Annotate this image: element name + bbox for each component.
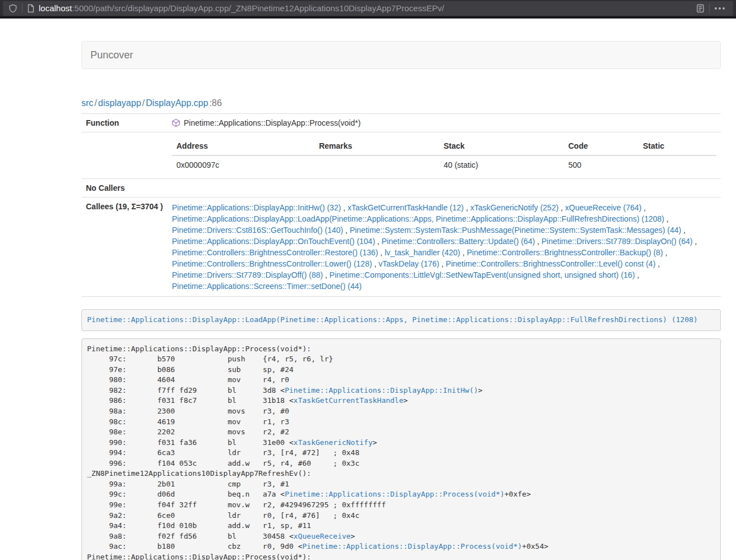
- callee-separator: ,: [642, 203, 646, 212]
- callees-row: Callees (19, Σ=3704 ) Pinetime::Applicat…: [81, 198, 721, 297]
- disassembly-line: 99a: 2b01 cmp r3, #1: [87, 479, 715, 490]
- disassembly-line: 980: 4604 mov r4, r0: [87, 375, 715, 385]
- disassembly-line: 986: f031 f8c7 bl 31b18 <xTaskGetCurrent…: [87, 396, 715, 406]
- callee-link[interactable]: Pinetime::Drivers::Cst816S::GetTouchInfo…: [172, 226, 343, 235]
- stats-header-code: Code: [564, 137, 638, 155]
- disassembly-line: Pinetime::Applications::DisplayApp::Proc…: [87, 344, 715, 355]
- disassembly-line: 97e: b086 sub sp, #24: [87, 365, 715, 375]
- page-actions-menu-icon[interactable]: [714, 7, 725, 10]
- callee-separator: ,: [378, 248, 385, 257]
- callee-separator: ,: [559, 203, 565, 212]
- disassembly-line: 97c: b570 push {r4, r5, r6, lr}: [87, 354, 715, 365]
- disassembly-line: Pinetime::Applications::DisplayApp::Proc…: [87, 552, 715, 560]
- breadcrumb-link-src[interactable]: src: [81, 98, 93, 108]
- disassembly-line: _ZN8Pinetime12Applications10DisplayApp7R…: [87, 469, 715, 479]
- breadcrumb-link-displayapp[interactable]: displayapp: [98, 98, 141, 108]
- callee-separator: ,: [663, 248, 668, 257]
- loadapp-highlight-box: Pinetime::Applications::DisplayApp::Load…: [81, 309, 721, 331]
- function-table: Function Pinetime::Applications::Display…: [81, 113, 721, 297]
- breadcrumb-line-number: :86: [209, 98, 222, 108]
- callees-list: Pinetime::Applications::DisplayApp::Init…: [167, 198, 721, 297]
- breadcrumb-separator: /: [142, 98, 144, 108]
- page-content: Puncover src/displayapp/DisplayApp.cpp:8…: [81, 41, 721, 560]
- disassembly-line: 98e: 2202 movs r2, #2: [87, 427, 715, 438]
- callee-separator: ,: [323, 270, 330, 279]
- callee-separator: ,: [635, 270, 639, 279]
- disassembly-line: 990: f031 fa36 bl 31e00 <xTaskGenericNot…: [87, 438, 715, 448]
- page-icon[interactable]: [27, 4, 35, 13]
- stats-header-remarks: Remarks: [314, 137, 439, 155]
- stats-header-stack: Stack: [439, 137, 564, 155]
- disassembly-line: 9a4: f10d 010b add.w r1, sp, #11: [87, 521, 715, 531]
- no-callers-row: No Callers: [81, 179, 721, 198]
- stats-value-stack: 40 (static): [439, 155, 564, 174]
- symbol-link[interactable]: Pinetime::Applications::DisplayApp::Proc…: [285, 490, 504, 498]
- identity-box[interactable]: [8, 3, 35, 13]
- disassembly-line: 99e: f04f 32ff mov.w r2, #4294967295 ; 0…: [87, 500, 715, 511]
- symbol-link[interactable]: xTaskGenericNotify: [294, 438, 373, 447]
- function-label: Function: [81, 114, 167, 132]
- callee-link[interactable]: Pinetime::Controllers::BrightnessControl…: [467, 248, 662, 257]
- disassembly-code: Pinetime::Applications::DisplayApp::Proc…: [81, 338, 721, 560]
- callee-link[interactable]: Pinetime::Controllers::BrightnessControl…: [446, 259, 655, 268]
- disassembly-line: 9a2: 6ce0 ldr r0, [r4, #76] ; 0x4c: [87, 511, 715, 521]
- symbol-link[interactable]: xQueueReceive: [294, 532, 351, 540]
- callee-link[interactable]: Pinetime::Components::LittleVgl::SetNewT…: [330, 270, 635, 279]
- disassembly-line: 996: f104 053c add.w r5, r4, #60 ; 0x3c: [87, 458, 715, 469]
- stats-value-remarks: [314, 155, 439, 174]
- callee-separator: ,: [693, 237, 697, 246]
- callee-link[interactable]: Pinetime::Controllers::Battery::Update()…: [382, 237, 535, 246]
- function-cube-icon: [172, 118, 180, 127]
- stats-table: Address Remarks Stack Code Static 0x0000…: [172, 137, 716, 174]
- callee-separator: ,: [372, 259, 379, 268]
- no-callers-label: No Callers: [81, 179, 167, 198]
- callee-link[interactable]: Pinetime::System::SystemTask::PushMessag…: [350, 226, 682, 235]
- breadcrumb-link-file[interactable]: DisplayApp.cpp: [146, 98, 208, 108]
- callee-separator: ,: [656, 259, 660, 268]
- callee-link[interactable]: Pinetime::Drivers::St7789::DisplayOn() (…: [542, 237, 693, 246]
- shield-icon[interactable]: [8, 4, 17, 13]
- url-host: localhost: [39, 3, 72, 13]
- callee-separator: ,: [460, 248, 467, 257]
- loadapp-link[interactable]: Pinetime::Applications::DisplayApp::Load…: [87, 315, 698, 324]
- reader-mode-icon[interactable]: [696, 4, 705, 13]
- callee-separator: ,: [464, 203, 470, 212]
- callee-link[interactable]: Pinetime::Controllers::BrightnessControl…: [172, 248, 378, 257]
- disassembly-line: 9a8: f02f fd56 bl 30458 <xQueueReceive>: [87, 531, 715, 542]
- stats-header-address: Address: [172, 137, 314, 155]
- stats-value-static: [638, 155, 716, 174]
- identity-divider: [22, 3, 22, 13]
- symbol-link[interactable]: xTaskGetCurrentTaskHandle: [294, 396, 404, 405]
- url-bar[interactable]: localhost:5000/path/src/displayapp/Displ…: [3, 1, 733, 16]
- disassembly-line: 9ac: b180 cbz r0, 9d0 <Pinetime::Applica…: [87, 541, 715, 552]
- browser-toolbar: localhost:5000/path/src/displayapp/Displ…: [0, 0, 736, 19]
- symbol-link[interactable]: Pinetime::Applications::DisplayApp::Init…: [285, 386, 478, 394]
- callee-link[interactable]: xTaskGenericNotify (252): [470, 203, 559, 212]
- url-text[interactable]: localhost:5000/path/src/displayapp/Displ…: [39, 3, 696, 13]
- callee-separator: ,: [439, 259, 446, 268]
- breadcrumb-separator: /: [94, 98, 97, 108]
- disassembly-line: 98c: 4619 mov r1, r3: [87, 417, 715, 428]
- callee-link[interactable]: Pinetime::Drivers::St7789::DisplayOff() …: [172, 270, 323, 279]
- callee-separator: ,: [535, 237, 542, 246]
- function-name: Pinetime::Applications::DisplayApp::Proc…: [184, 118, 360, 127]
- disassembly-line: 99c: d06d beq.n a7a <Pinetime::Applicati…: [87, 489, 715, 500]
- callee-link[interactable]: lv_task_handler (420): [385, 248, 460, 257]
- callee-link[interactable]: xTaskGetCurrentTaskHandle (12): [348, 203, 464, 212]
- callee-link[interactable]: Pinetime::Controllers::BrightnessControl…: [172, 259, 372, 268]
- callee-link[interactable]: vTaskDelay (176): [378, 259, 439, 268]
- callee-link[interactable]: xQueueReceive (764): [565, 203, 642, 212]
- callee-separator: ,: [343, 226, 350, 235]
- callee-link[interactable]: Pinetime::Applications::DisplayApp::OnTo…: [172, 237, 375, 246]
- stats-row: Address Remarks Stack Code Static 0x0000…: [81, 132, 721, 179]
- url-path: :5000/path/src/displayapp/DisplayApp.cpp…: [72, 3, 444, 13]
- callee-link[interactable]: Pinetime::Applications::DisplayApp::Load…: [172, 214, 664, 223]
- stats-value-code: 500: [564, 155, 638, 174]
- callee-link[interactable]: Pinetime::Applications::DisplayApp::Init…: [172, 203, 341, 212]
- callee-link[interactable]: Pinetime::Applications::Screens::Timer::…: [172, 282, 362, 291]
- disassembly-line: 982: f7ff fd29 bl 3d8 <Pinetime::Applica…: [87, 385, 715, 396]
- symbol-link[interactable]: Pinetime::Applications::DisplayApp::Proc…: [303, 542, 522, 550]
- disassembly-line: 98a: 2300 movs r3, #0: [87, 406, 715, 417]
- callees-label: Callees (19, Σ=3704 ): [81, 198, 167, 297]
- callee-separator: ,: [681, 226, 685, 235]
